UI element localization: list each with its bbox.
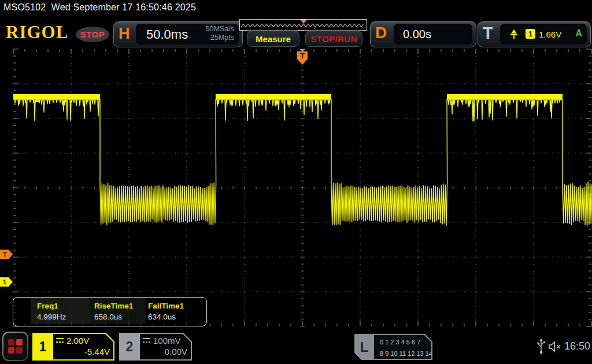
measurement-label: FallTime1 (148, 302, 184, 310)
dc-coupling-icon (142, 337, 151, 344)
logic-channels-block[interactable]: 0 1 2 3 4 5 6 7 8 9 10 11 12 13 14 15 L (354, 334, 432, 360)
measurement-results-box[interactable]: Freq1 RiseTime1 FallTime1 4.999Hz 658.0u… (13, 297, 207, 326)
measurement-value: 658.0us (94, 313, 122, 321)
measurement-label: Freq1 (37, 302, 58, 310)
channel-1-block[interactable]: 1 2.00V -5.44V (32, 333, 114, 361)
usb-icon (536, 337, 546, 356)
logic-row-2: 8 9 10 11 12 13 14 15 (380, 348, 431, 359)
logic-row-1: 0 1 2 3 4 5 6 7 (380, 336, 431, 348)
channel-2-number: 2 (119, 333, 140, 361)
main-menu-button[interactable] (2, 332, 28, 361)
channel-2-offset: 0.00V (165, 347, 187, 356)
measurement-label: RiseTime1 (94, 302, 133, 310)
muted-speaker-icon[interactable] (548, 340, 563, 354)
logic-block-label: L (354, 334, 374, 360)
channel-1-number: 1 (32, 333, 53, 361)
measurement-value: 634.0us (148, 313, 176, 321)
channel-1-scale: 2.00V (66, 336, 89, 346)
dc-coupling-icon (56, 337, 64, 344)
menu-grid-icon (8, 339, 23, 354)
channel-1-offset: -5.44V (84, 347, 110, 356)
channel-2-scale: 100mV (153, 336, 181, 346)
measurement-value: 4.999Hz (37, 313, 66, 321)
channel-2-block[interactable]: 2 100mV 0.00V (119, 333, 192, 361)
trigger-position-letter: T (300, 51, 305, 60)
clock: 16:50 (564, 340, 590, 352)
oscilloscope-screen: MSO5102 Wed September 17 16:50:46 2025 R… (0, 0, 592, 364)
